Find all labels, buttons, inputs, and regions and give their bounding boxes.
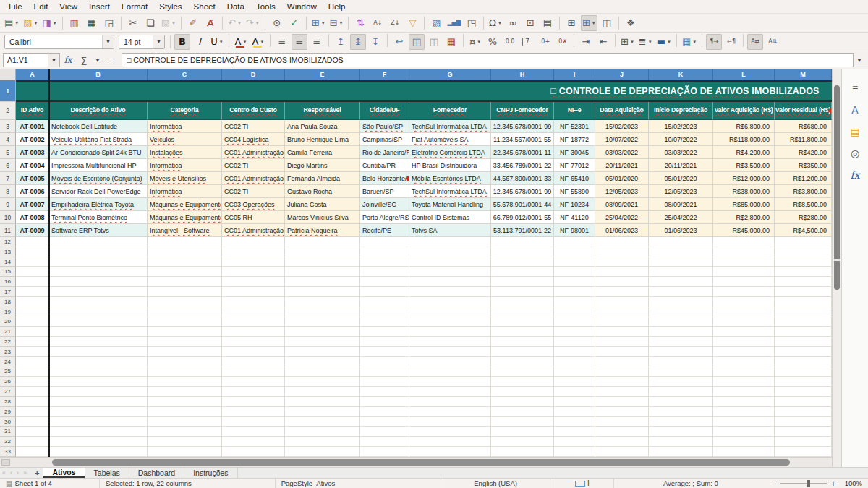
cell[interactable] — [554, 247, 595, 257]
cell[interactable]: 15/02/2023 — [649, 120, 713, 133]
cell[interactable] — [491, 367, 554, 377]
formula-input[interactable] — [122, 53, 854, 67]
cell[interactable]: 05/01/2020 — [595, 172, 649, 185]
last-sheet-icon[interactable]: » — [21, 469, 29, 476]
cell[interactable] — [148, 317, 222, 328]
cell[interactable] — [491, 387, 554, 397]
cell[interactable]: AT-0003 — [16, 146, 49, 159]
cell[interactable] — [649, 297, 713, 307]
row-header[interactable]: 14 — [0, 257, 16, 267]
header-cell-cnpj-fornecedor[interactable]: CNPJ Fornecedor — [491, 102, 554, 120]
cell[interactable] — [148, 357, 222, 367]
cell[interactable] — [222, 357, 285, 367]
row-header[interactable]: 17 — [0, 287, 16, 297]
merge-center-cells-icon[interactable]: ◫ — [409, 34, 425, 50]
merge-cells-icon[interactable]: ◫ — [426, 34, 442, 50]
cell[interactable] — [775, 257, 832, 267]
cell[interactable]: TechSul Informática LTDA — [409, 185, 491, 198]
cell[interactable]: 20/11/2021 — [649, 159, 713, 172]
cell[interactable]: AT-0004 — [16, 159, 49, 172]
cell[interactable] — [49, 337, 148, 347]
cell[interactable] — [713, 257, 775, 267]
cell[interactable] — [775, 267, 832, 277]
cell[interactable]: 66.789.012/0001-55 — [491, 211, 554, 224]
header-cell-fornecedor[interactable]: Fornecedor — [409, 102, 491, 120]
row-header[interactable]: 27 — [0, 387, 16, 397]
cell[interactable] — [775, 327, 832, 337]
cell[interactable] — [775, 387, 832, 397]
cell[interactable]: Software ERP Totvs — [49, 224, 148, 237]
menu-item-window[interactable]: Window — [281, 0, 323, 13]
row-header[interactable]: 18 — [0, 297, 16, 307]
menu-item-tools[interactable]: Tools — [250, 0, 281, 13]
cell[interactable]: 25/04/2022 — [649, 211, 713, 224]
clone-formatting-icon[interactable]: ✐ — [185, 15, 201, 31]
cell[interactable] — [360, 447, 409, 457]
cell[interactable] — [409, 447, 491, 457]
cell[interactable] — [285, 437, 360, 447]
header-cell-cidade-uf[interactable]: Cidade/UF — [360, 102, 409, 120]
cell[interactable] — [360, 437, 409, 447]
cell[interactable] — [49, 287, 148, 297]
cell[interactable] — [595, 327, 649, 337]
cell[interactable]: Móveis de Escritório (Conjunto) — [49, 172, 148, 185]
cell[interactable]: 20/11/2021 — [595, 159, 649, 172]
cell[interactable] — [16, 287, 49, 297]
zoom-slider-thumb[interactable] — [807, 480, 810, 487]
cell[interactable] — [360, 377, 409, 387]
cell[interactable]: R$4,200.00 — [713, 146, 775, 159]
cell[interactable]: Veículos — [148, 133, 222, 146]
cell[interactable] — [595, 287, 649, 297]
cell[interactable] — [649, 237, 713, 247]
freeze-rows-columns-icon[interactable]: ⊞ — [563, 15, 579, 31]
insert-columns-icon[interactable]: ⊟▼ — [328, 15, 345, 31]
menu-item-insert[interactable]: Insert — [83, 0, 116, 13]
row-header[interactable]: 9 — [0, 198, 16, 211]
show-draw-functions-icon[interactable]: ◳ — [464, 15, 480, 31]
cell[interactable] — [491, 327, 554, 337]
row-header[interactable]: 3 — [0, 120, 16, 133]
cell[interactable]: R$38,000.00 — [713, 185, 775, 198]
cell[interactable] — [554, 317, 595, 328]
cell[interactable] — [360, 317, 409, 328]
cell[interactable] — [595, 417, 649, 427]
cell[interactable] — [222, 447, 285, 457]
cell[interactable] — [595, 377, 649, 387]
row-header[interactable]: 15 — [0, 267, 16, 277]
chevron-down-icon[interactable]: ▼ — [34, 21, 38, 25]
chevron-down-icon[interactable]: ▼ — [477, 40, 481, 44]
cell[interactable] — [595, 387, 649, 397]
cell[interactable] — [148, 417, 222, 427]
cell[interactable] — [491, 447, 554, 457]
cell[interactable] — [148, 287, 222, 297]
cell[interactable] — [713, 247, 775, 257]
chevron-down-icon[interactable]: ▼ — [171, 21, 176, 25]
chevron-down-icon[interactable]: ▼ — [648, 40, 652, 44]
cell[interactable] — [409, 317, 491, 328]
cell[interactable] — [713, 307, 775, 317]
cell[interactable] — [222, 267, 285, 277]
cell[interactable]: R$3,500.00 — [713, 159, 775, 172]
name-box[interactable] — [3, 53, 48, 67]
cell[interactable]: AT-0007 — [16, 198, 49, 211]
sidebar-properties-icon[interactable]: ≡ — [846, 80, 864, 97]
cell[interactable]: Ana Paula Souza — [285, 120, 360, 133]
cell[interactable]: 55.678.901/0001-44 — [491, 198, 554, 211]
cell[interactable] — [360, 407, 409, 417]
cell[interactable]: Rio de Janeiro/RJ — [360, 146, 409, 159]
cell[interactable] — [49, 437, 148, 447]
cell[interactable]: Servidor Rack Dell PowerEdge — [49, 185, 148, 198]
cell[interactable] — [554, 297, 595, 307]
cell[interactable]: Control ID Sistemas — [409, 211, 491, 224]
cell[interactable] — [649, 267, 713, 277]
cell[interactable] — [285, 417, 360, 427]
paste-icon[interactable]: ▧▼ — [160, 15, 177, 31]
cell[interactable] — [285, 237, 360, 247]
menu-item-format[interactable]: Format — [116, 0, 153, 13]
horizontal-scrollbar[interactable] — [0, 457, 832, 467]
menu-item-styles[interactable]: Styles — [153, 0, 187, 13]
cell[interactable] — [595, 357, 649, 367]
cell[interactable]: Barueri/SP — [360, 185, 409, 198]
cell[interactable] — [148, 447, 222, 457]
row-header[interactable]: 19 — [0, 307, 16, 317]
